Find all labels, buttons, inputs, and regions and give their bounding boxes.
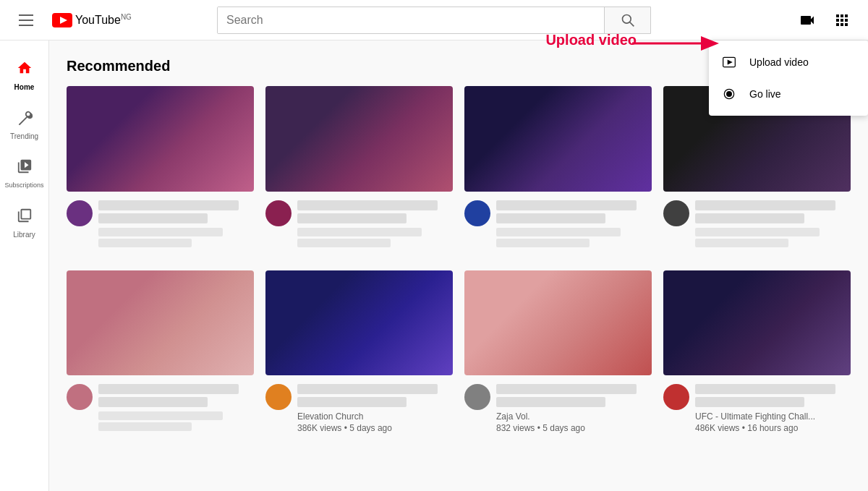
video-thumbnail-6: [265, 270, 453, 376]
dropdown-go-live[interactable]: Go live: [709, 78, 868, 110]
hamburger-menu-button[interactable]: [12, 6, 41, 35]
apps-button[interactable]: [827, 6, 856, 35]
channel-avatar-1: [67, 200, 93, 226]
video-sub-3b: [496, 239, 590, 247]
sidebar-label-subscriptions: Subscriptions: [4, 182, 43, 189]
upload-video-icon: [799, 12, 816, 29]
upload-button[interactable]: [793, 6, 822, 35]
sidebar-item-trending[interactable]: Trending: [1, 101, 48, 148]
channel-avatar-8: [663, 384, 689, 410]
video-info-1: [67, 200, 254, 247]
video-info-7: Zaja Vol. 832 views • 5 days ago: [464, 384, 652, 433]
sidebar-item-subscriptions[interactable]: Subscriptions: [1, 150, 48, 197]
video-title-1: [98, 200, 239, 210]
video-title-2b: [297, 213, 407, 223]
video-card-8[interactable]: UFC - Ultimate Fighting Chall... 486K vi…: [663, 270, 851, 434]
video-title-3: [496, 200, 637, 210]
video-meta-3: [496, 200, 652, 247]
logo-text: YouTubeNG: [75, 13, 132, 27]
video-card-1[interactable]: [67, 86, 254, 247]
video-meta-5: [98, 384, 254, 431]
video-card-3[interactable]: [464, 86, 652, 247]
video-thumbnail-2: [265, 86, 453, 192]
sidebar-label-home: Home: [14, 83, 35, 91]
header: YouTubeNG: [0, 0, 868, 40]
library-icon: [17, 208, 33, 228]
video-sub-2b: [297, 239, 391, 247]
video-title-3b: [496, 213, 605, 223]
video-card-5[interactable]: [67, 270, 254, 434]
channel-name-6: Elevation Church: [297, 411, 453, 422]
sidebar-label-library: Library: [13, 231, 35, 239]
logo-ng: NG: [121, 13, 132, 21]
channel-avatar-5: [67, 384, 93, 410]
channel-avatar-2: [265, 200, 292, 226]
video-title-1b: [98, 213, 208, 223]
svg-point-2: [622, 14, 631, 23]
video-sub-1: [98, 228, 223, 236]
video-sub-3: [496, 228, 621, 236]
video-meta-7: Zaja Vol. 832 views • 5 days ago: [496, 384, 652, 433]
search-button[interactable]: [604, 7, 650, 33]
video-thumbnail-3: [464, 86, 652, 192]
video-meta-2: [297, 200, 453, 247]
video-info-3: [464, 200, 652, 247]
sidebar-item-library[interactable]: Library: [1, 200, 48, 246]
video-sub-5b: [98, 422, 192, 431]
video-title-6b: [297, 397, 407, 407]
channel-avatar-4: [663, 200, 689, 226]
header-center: [156, 7, 712, 34]
go-live-label: Go live: [749, 88, 781, 100]
upload-video-label: Upload video: [749, 56, 809, 68]
channel-avatar-6: [265, 384, 292, 410]
video-views-8: 486K views • 16 hours ago: [695, 423, 851, 433]
video-views-7: 832 views • 5 days ago: [496, 423, 652, 433]
video-info-4: [663, 200, 851, 247]
sidebar-label-trending: Trending: [10, 132, 38, 140]
subscriptions-icon: [17, 158, 33, 179]
go-live-icon: [720, 85, 738, 103]
video-title-8b: [695, 397, 804, 407]
video-title-5: [98, 384, 239, 394]
video-sub-5: [98, 411, 223, 420]
video-title-8: [695, 384, 835, 394]
video-title-7b: [496, 397, 605, 407]
dropdown-upload-video[interactable]: Upload video: [709, 46, 868, 78]
video-meta-8: UFC - Ultimate Fighting Chall... 486K vi…: [695, 384, 851, 433]
video-meta-1: [98, 200, 254, 247]
channel-avatar-7: [464, 384, 490, 410]
video-sub-4: [695, 228, 820, 236]
video-thumbnail-7: [464, 270, 652, 376]
video-title-5b: [98, 397, 208, 407]
video-meta-4: [695, 200, 851, 247]
video-card-6[interactable]: Elevation Church 386K views • 5 days ago: [265, 270, 453, 434]
home-icon: [17, 60, 33, 80]
upload-video-dropdown-icon: [720, 54, 738, 71]
sidebar-item-home[interactable]: Home: [1, 52, 48, 98]
sidebar: Home Trending Subscriptions Library: [0, 40, 49, 474]
video-thumbnail-1: [67, 86, 254, 192]
video-grid-row2: Elevation Church 386K views • 5 days ago…: [67, 270, 851, 434]
search-icon: [621, 13, 635, 27]
svg-point-6: [727, 92, 732, 97]
youtube-logo[interactable]: YouTubeNG: [52, 13, 132, 27]
video-sub-2: [297, 228, 422, 236]
video-info-6: Elevation Church 386K views • 5 days ago: [265, 384, 453, 433]
video-card-7[interactable]: Zaja Vol. 832 views • 5 days ago: [464, 270, 652, 434]
hamburger-icon: [13, 9, 39, 32]
trending-icon: [17, 109, 33, 129]
video-info-5: [67, 384, 254, 431]
channel-name-7: Zaja Vol.: [496, 411, 652, 422]
channel-name-8: UFC - Ultimate Fighting Chall...: [695, 411, 851, 422]
video-card-2[interactable]: [265, 86, 453, 247]
video-thumbnail-5: [67, 270, 254, 376]
channel-avatar-3: [464, 200, 490, 226]
video-sub-1b: [98, 239, 192, 247]
svg-marker-5: [728, 61, 731, 64]
search-input[interactable]: [218, 7, 604, 33]
video-title-7: [496, 384, 637, 394]
search-bar: [217, 7, 651, 34]
video-title-4b: [695, 213, 804, 223]
header-right: [712, 6, 856, 35]
video-title-6: [297, 384, 438, 394]
